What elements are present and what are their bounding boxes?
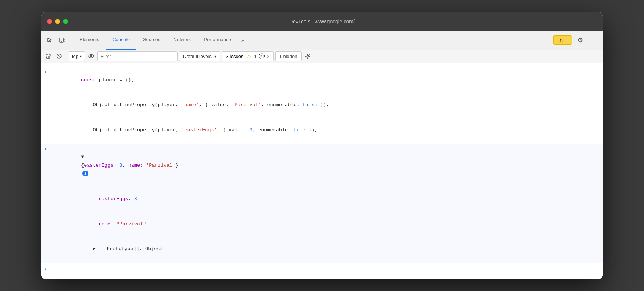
tab-network[interactable]: Network bbox=[167, 31, 198, 50]
prompt-arrow: › bbox=[44, 265, 47, 273]
input-arrow[interactable]: › bbox=[44, 69, 51, 76]
console-input-entry: › const player = {}; Object.defineProper… bbox=[41, 67, 603, 144]
tab-console[interactable]: Console bbox=[106, 31, 136, 50]
devtools-window: DevTools - www.google.com/ bbox=[41, 12, 603, 279]
hidden-badge: 1 hidden bbox=[275, 51, 302, 61]
window-title: DevTools - www.google.com/ bbox=[289, 19, 355, 24]
block-icon[interactable] bbox=[54, 51, 64, 61]
console-output-entry: ‹ ▼ {easterEggs: 3, name: 'Parzival'} i … bbox=[41, 144, 603, 263]
chevron-down-icon: ▾ bbox=[80, 54, 82, 58]
svg-point-10 bbox=[90, 55, 92, 57]
svg-line-8 bbox=[58, 55, 61, 58]
separator bbox=[66, 53, 66, 60]
inspect-icon[interactable] bbox=[44, 34, 56, 46]
tab-performance[interactable]: Performance bbox=[197, 31, 237, 50]
tab-sources[interactable]: Sources bbox=[136, 31, 167, 50]
warning-badge-icon: ⚠️ bbox=[557, 37, 563, 43]
devtools-toolbar: Elements Console Sources Network Perform… bbox=[41, 31, 603, 50]
levels-selector[interactable]: Default levels ▾ bbox=[179, 51, 220, 61]
expand-object-arrow[interactable]: ▼ bbox=[81, 153, 86, 162]
context-selector[interactable]: top ▾ bbox=[69, 51, 85, 61]
traffic-lights bbox=[47, 19, 68, 24]
title-bar: DevTools - www.google.com/ bbox=[41, 12, 603, 31]
minimize-button[interactable] bbox=[55, 19, 60, 24]
output-arrow: ‹ bbox=[44, 146, 51, 153]
more-tabs-button[interactable]: » bbox=[238, 31, 248, 50]
info-badge[interactable]: i bbox=[82, 171, 88, 176]
console-prompt: › bbox=[41, 263, 603, 275]
toolbar-right: ⚠️ 1 ⚙ ⋮ bbox=[553, 31, 600, 50]
console-code-block: const player = {}; Object.defineProperty… bbox=[51, 68, 600, 143]
devtools-body: Elements Console Sources Network Perform… bbox=[41, 31, 603, 279]
console-output-content: ▼ {easterEggs: 3, name: 'Parzival'} i ea… bbox=[51, 145, 600, 262]
issues-badge[interactable]: ⚠️ 1 bbox=[553, 35, 572, 45]
console-settings-button[interactable] bbox=[303, 51, 313, 61]
device-icon[interactable] bbox=[57, 34, 68, 46]
tab-elements[interactable]: Elements bbox=[73, 31, 106, 50]
console-output: › const player = {}; Object.defineProper… bbox=[41, 63, 603, 279]
chevron-down-icon: ▾ bbox=[214, 54, 216, 58]
maximize-button[interactable] bbox=[63, 19, 68, 24]
close-button[interactable] bbox=[47, 19, 52, 24]
toolbar-icons bbox=[44, 31, 71, 50]
console-toolbar: top ▾ Default levels ▾ 3 Issues: ⚠ 1 💬 2 bbox=[41, 50, 603, 63]
tab-list: Elements Console Sources Network Perform… bbox=[73, 31, 248, 50]
expand-prototype-arrow[interactable]: ▶ bbox=[93, 245, 98, 253]
warning-icon: ⚠ bbox=[247, 53, 252, 59]
more-options-button[interactable]: ⋮ bbox=[588, 34, 600, 46]
filter-input[interactable] bbox=[97, 51, 178, 61]
svg-point-11 bbox=[307, 55, 309, 57]
settings-button[interactable]: ⚙ bbox=[574, 34, 586, 46]
eye-icon[interactable] bbox=[86, 51, 96, 61]
svg-rect-1 bbox=[64, 39, 65, 41]
issues-pill[interactable]: 3 Issues: ⚠ 1 💬 2 bbox=[222, 51, 274, 61]
chat-icon: 💬 bbox=[259, 53, 265, 59]
clear-console-button[interactable] bbox=[43, 51, 53, 61]
console-prompt-input[interactable] bbox=[50, 267, 600, 272]
